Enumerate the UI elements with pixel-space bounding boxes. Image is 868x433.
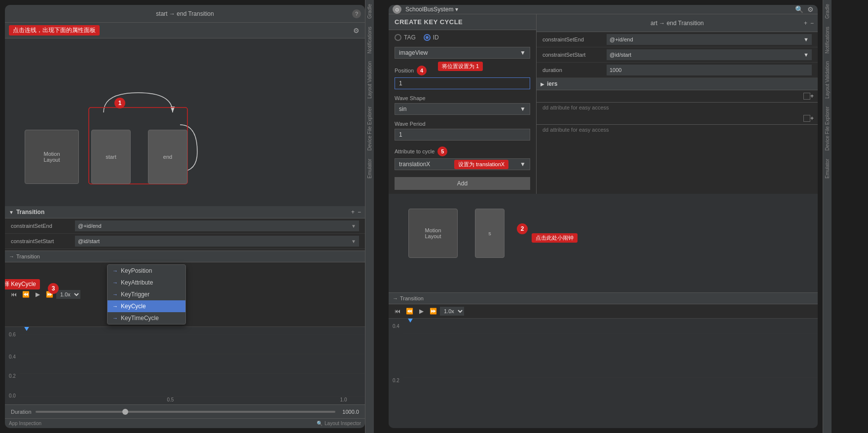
add-button[interactable]: Add [395,177,530,190]
right-dd-arrow2: ▼ [803,52,809,58]
duration-thumb[interactable] [122,409,128,415]
duration-slider[interactable] [36,411,335,413]
timeline-marker[interactable] [24,327,30,331]
left-footer: App Inspection 🔍 Layout Inspector [5,418,365,428]
right-timeline-marker[interactable] [407,319,413,323]
playback-controls: ⏮ ⏪ ▶ ⏩ 1.0x → KeyPosition → KeyAttribut… [5,262,365,327]
play-btn[interactable]: ▶ [33,289,42,299]
right-next-btn[interactable]: ⏩ [428,306,438,316]
right-prop-label-end: constraintSetEnd [542,36,607,42]
wave-period-label: Wave Period [395,121,530,127]
right-onswipe-section[interactable]: + [537,112,818,125]
attr-cycle-dropdown[interactable]: translationX ▼ 设置为 translationX [395,158,530,170]
position-input[interactable] [395,77,530,89]
wave-shape-label: Wave Shape [395,95,530,101]
gear-icon[interactable]: ⚙ [807,5,814,13]
end-node[interactable]: end [148,130,187,184]
rewind-btn[interactable]: ⏮ [9,289,19,299]
attr-cycle-label: Attribute to cycle 5 [395,146,530,156]
app-actions: 🔍 ⚙ [795,5,814,13]
position-label: Position 4 将位置设置为 1 [395,66,530,75]
radio-tag-label: TAG [404,34,416,41]
right-onswipe-checkbox[interactable] [803,115,810,122]
create-key-header: CREATE KEY CYCLE [389,14,536,30]
canvas-area: 1 Motion Layout start [5,38,365,206]
minus-icon[interactable]: − [810,20,814,27]
attr-annotation: 设置为 translationX [454,160,508,169]
motion-layout-node[interactable]: Motion Layout [25,130,79,184]
start-node[interactable]: start [91,130,131,184]
bottom-graph-section: → Transition ⏮ ⏪ ▶ ⏩ 1.0x → KeyPosition [5,251,365,418]
x-label-10: 1.0 [340,397,347,402]
footer-right-container: 🔍 Layout Inspector [317,421,361,426]
wave-shape-dropdown[interactable]: sin ▼ [395,103,530,115]
id-dropdown[interactable]: imageView ▼ [395,47,530,59]
transition-section-title: Transition [16,209,351,216]
radio-id[interactable]: ID [424,34,439,41]
notifications-label[interactable]: Notifications [367,23,372,57]
device-file-label[interactable]: Device File Explorer [367,103,372,154]
right-start-node[interactable]: s [475,209,505,258]
layout-inspector-icon: 🔍 [317,421,323,426]
layout-validation-label[interactable]: Layout Validation [367,57,372,103]
right-prev-btn[interactable]: ⏪ [404,306,414,316]
app-logo: ⊙ [393,5,401,14]
right-onclick-checkbox[interactable] [803,93,810,100]
right-layout-validation-label[interactable]: Layout Validation [825,57,830,103]
speed-selector[interactable]: 1.0x [56,290,80,299]
transition-section-header[interactable]: ▼ Transition + − [5,206,365,218]
position-field: Position 4 将位置设置为 1 [389,63,536,92]
right-motion-layout-node[interactable]: Motion Layout [408,209,458,258]
radio-tag-circle [395,34,401,41]
right-add-icon2[interactable]: + [810,115,814,122]
right-rewind-btn[interactable]: ⏮ [393,306,402,316]
prev-btn[interactable]: ⏪ [21,289,31,299]
search-icon[interactable]: 🔍 [795,5,803,13]
right-modifiers-header[interactable]: ▶ iers [537,78,818,90]
right-prop-value-end[interactable]: @+id/end ▼ [607,34,812,45]
help-button[interactable]: ? [352,9,361,18]
radio-tag[interactable]: TAG [395,34,416,41]
right-prop-value-start[interactable]: @id/start ▼ [607,49,812,60]
right-gradle-label[interactable]: Gradle [825,0,830,23]
add-icon[interactable]: + [804,20,807,27]
key-tc-arrow: → [112,315,118,321]
key-trigger-item[interactable]: → KeyTrigger [108,289,185,300]
wave-period-input[interactable]: 1 [395,129,530,141]
right-emulator-label[interactable]: Emulator [825,155,830,182]
left-side-panel: Gradle Notifications Layout Validation D… [365,0,374,433]
key-cycle-item[interactable]: → KeyCycle [108,300,185,312]
wave-dropdown-arrow: ▼ [520,106,526,112]
y-label-00: 0.0 [9,393,16,398]
key-attribute-item[interactable]: → KeyAttribute [108,277,185,289]
right-prop-value-duration[interactable]: 1000 [607,65,812,75]
y-label-06: 0.6 [9,332,16,337]
key-time-cycle-item[interactable]: → KeyTimeCycle [108,312,185,324]
right-notifications-label[interactable]: Notifications [825,23,830,57]
key-position-item[interactable]: → KeyPosition [108,265,185,277]
radio-row: TAG ID [389,30,536,45]
prop-value-start[interactable]: @id/start ▼ [75,236,359,247]
add-action[interactable]: + [351,209,355,216]
prop-value-end[interactable]: @+id/end ▼ [75,220,359,231]
settings-icon[interactable]: ⚙ [351,26,361,36]
transition-header: → Transition [5,251,365,262]
right-play-btn[interactable]: ▶ [416,306,426,316]
key-pos-arrow: → [112,268,118,274]
right-onclick-section[interactable]: + [537,90,818,103]
gradle-label[interactable]: Gradle [367,0,372,23]
position-annotation: 将位置设置为 1 [438,62,483,71]
left-panel-header: start → end Transition ? [5,5,365,23]
right-side-panel: Gradle Notifications Layout Validation D… [823,0,832,433]
duration-bar: Duration 1000.0 [5,404,365,418]
bell-annotation: 点击此处小闹钟 [532,233,578,243]
right-device-file-label[interactable]: Device File Explorer [825,103,830,154]
right-add-icon[interactable]: + [810,93,814,100]
app-system-name: SchoolBusSystem ▾ [405,6,791,13]
key-trig-arrow: → [112,291,118,297]
prop-row-end: constraintSetEnd @+id/end ▼ [5,218,365,234]
emulator-label[interactable]: Emulator [367,155,372,182]
minus-action[interactable]: − [358,209,361,216]
right-modifiers-title: iers [547,80,814,87]
right-speed-selector[interactable]: 1.0x [440,307,464,316]
